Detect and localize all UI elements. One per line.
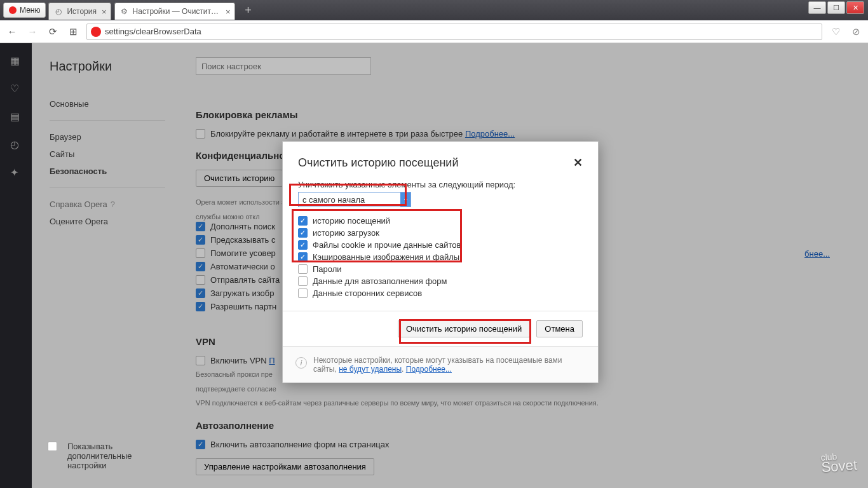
back-button[interactable]: ← [5, 25, 19, 39]
dialog-check-row: ✓Файлы cookie и прочие данные сайтов [298, 240, 583, 250]
tab-close-icon[interactable]: × [226, 7, 231, 17]
tab-label: Настройки — Очистить и [133, 7, 220, 16]
not-deleted-link[interactable]: не будут удалены [339, 365, 402, 374]
show-advanced[interactable]: Показывать дополнительные настройки [48, 442, 169, 470]
tab-settings[interactable]: ⚙ Настройки — Очистить и × [114, 3, 235, 20]
tab-close-icon[interactable]: × [102, 7, 107, 17]
bookmark-button[interactable]: ♡ [829, 25, 843, 39]
clear-history-dialog: Очистить историю посещений ✕ Уничтожить … [282, 141, 599, 383]
learn-more-link[interactable]: Подробнее... [406, 365, 452, 374]
title-bar: Меню ◴ История × ⚙ Настройки — Очистить … [0, 0, 868, 20]
checkbox[interactable]: ✓ [298, 252, 308, 262]
dialog-check-row: Пароли [298, 264, 583, 274]
period-select[interactable]: с самого начала ▾ [298, 192, 411, 207]
dialog-close-icon[interactable]: ✕ [573, 156, 583, 170]
forward-button[interactable]: → [25, 25, 39, 39]
new-tab-button[interactable]: + [241, 3, 256, 18]
adblock-button[interactable]: ⊘ [849, 25, 863, 39]
menu-button[interactable]: Меню [3, 3, 46, 18]
dialog-check-row: Данные для автозаполнения форм [298, 276, 583, 286]
speed-dial-button[interactable]: ⊞ [66, 25, 80, 39]
close-window-button[interactable]: ✕ [846, 1, 864, 14]
dialog-check-row: ✓историю посещений [298, 216, 583, 226]
dialog-footnote: i Некоторые настройки, которые могут ука… [283, 346, 598, 383]
dialog-check-row: Данные сторонних сервисов [298, 288, 583, 298]
cancel-button[interactable]: Отмена [536, 320, 583, 337]
period-label: Уничтожить указанные элементы за следующ… [298, 180, 583, 189]
reload-button[interactable]: ⟳ [46, 25, 60, 39]
toolbar: ← → ⟳ ⊞ settings/clearBrowserData ♡ ⊘ [0, 20, 868, 43]
period-value: с самого начала [302, 195, 365, 205]
clock-icon: ◴ [54, 7, 63, 16]
address-text: settings/clearBrowserData [105, 27, 201, 36]
tab-history[interactable]: ◴ История × [48, 3, 111, 20]
dialog-check-row: ✓Кэшированные изображения и файлы [298, 252, 583, 262]
tab-label: История [67, 7, 97, 16]
maximize-button[interactable]: ☐ [827, 1, 845, 14]
checkbox[interactable] [298, 264, 308, 274]
opera-icon [9, 6, 17, 14]
checkbox[interactable] [298, 276, 308, 286]
checkbox[interactable] [48, 442, 57, 451]
address-bar[interactable]: settings/clearBrowserData [86, 24, 822, 40]
checkbox[interactable]: ✓ [298, 228, 308, 238]
dialog-title: Очистить историю посещений [298, 156, 458, 170]
minimize-button[interactable]: — [808, 1, 826, 14]
gear-icon: ⚙ [120, 7, 129, 16]
chevron-down-icon: ▾ [400, 193, 410, 207]
checkbox[interactable]: ✓ [298, 240, 308, 250]
window-controls: — ☐ ✕ [807, 1, 864, 14]
checkbox[interactable] [298, 288, 308, 298]
menu-label: Меню [20, 6, 40, 15]
checkbox[interactable]: ✓ [298, 216, 308, 226]
dialog-check-row: ✓историю загрузок [298, 228, 583, 238]
opera-icon [91, 27, 101, 37]
clear-confirm-button[interactable]: Очистить историю посещений [398, 320, 530, 337]
watermark: club Sovet [820, 448, 858, 473]
info-icon: i [295, 357, 307, 369]
